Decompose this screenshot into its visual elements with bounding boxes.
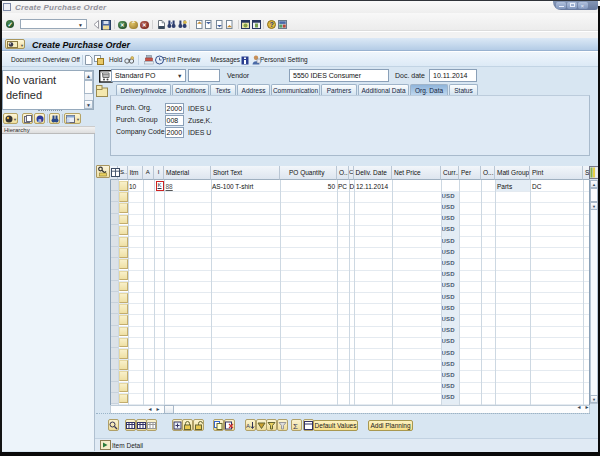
svg-text:?: ? — [270, 21, 274, 28]
svg-text:Σ: Σ — [293, 421, 298, 430]
svg-text:A: A — [246, 422, 250, 428]
